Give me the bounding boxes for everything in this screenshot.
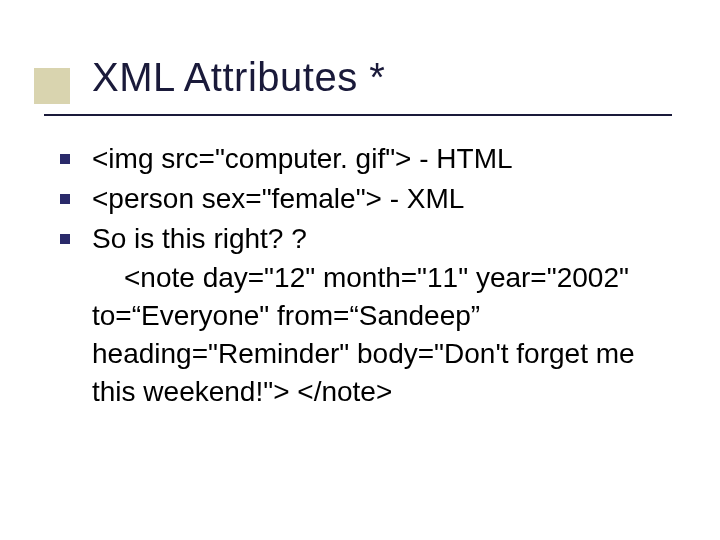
bullet-item: So is this right? ?: [60, 220, 680, 258]
bullet-item: <img src="computer. gif"> - HTML: [60, 140, 680, 178]
bullet-text: So is this right? ?: [92, 220, 307, 258]
slide-title: XML Attributes *: [92, 55, 385, 100]
bullet-icon: [60, 154, 70, 164]
bullet-text: <person sex="female"> - XML: [92, 180, 464, 218]
continuation-text: heading="Reminder" body="Don't forget me: [92, 335, 680, 373]
bullet-text: <img src="computer. gif"> - HTML: [92, 140, 513, 178]
continuation-text: <note day="12" month="11" year="2002": [124, 259, 680, 297]
bullet-icon: [60, 234, 70, 244]
title-accent-block: [34, 68, 70, 104]
continuation-text: this weekend!"> </note>: [92, 373, 680, 411]
bullet-item: <person sex="female"> - XML: [60, 180, 680, 218]
slide-content: <img src="computer. gif"> - HTML <person…: [60, 140, 680, 411]
title-underline: [44, 114, 672, 116]
continuation-text: to=“Everyone" from=“Sandeep”: [92, 297, 680, 335]
bullet-icon: [60, 194, 70, 204]
